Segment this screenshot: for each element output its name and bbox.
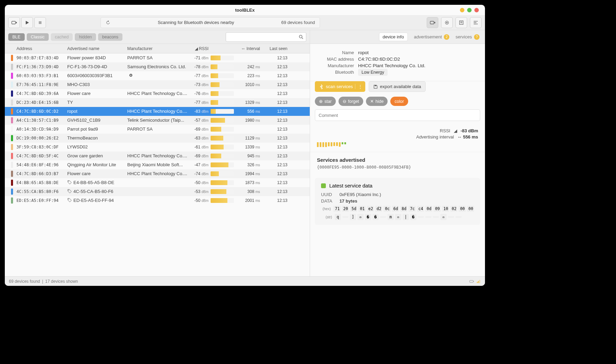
table-row[interactable]: 90:03:B7:E7:83:4DFlower power 834DPARROT… [5, 53, 310, 62]
window-title: toolBLEx [235, 8, 254, 13]
tab-device-info[interactable]: device info [379, 33, 408, 41]
str-byte [342, 216, 348, 218]
cell-mfr: HHCC Plant Technology Co.... [127, 91, 187, 96]
cell-seen: 12:13 [267, 118, 287, 123]
cell-seen: 12:13 [267, 162, 287, 167]
cell-name: ropot [67, 109, 127, 114]
filter-cached[interactable]: cached [51, 33, 73, 41]
col-mfr[interactable]: Manufacturer [127, 46, 187, 51]
col-name[interactable]: Advertised name [67, 46, 127, 51]
hex-byte: 09 [434, 206, 440, 212]
play-button[interactable] [21, 17, 33, 28]
maximize-button[interactable] [467, 8, 472, 12]
table-row[interactable]: 54:48:E6:8F:4E:96Qingping Air Monitor Li… [5, 160, 310, 169]
table-row[interactable]: A0:14:3D:CD:9A:D9Parrot pot 9ad9PARROT S… [5, 125, 310, 134]
table-row[interactable]: A4:C1:38:57:C1:B9GVH5102_C1B9Telink Semi… [5, 116, 310, 125]
search-box[interactable] [226, 32, 306, 42]
cell-address: 4C:55:CA:B5:80:F6 [16, 189, 67, 194]
svg-point-10 [477, 21, 478, 22]
comment-input[interactable] [315, 109, 480, 121]
col-rssi[interactable]: ◢ RSSI [187, 46, 209, 51]
device-mfr: HHCC Plant Technology Co. Ltd. [358, 63, 425, 68]
table-row[interactable]: C4:7C:8D:6D:39:6AFlower careHHCC Plant T… [5, 89, 310, 98]
color-indicator [11, 135, 13, 141]
str-byte: ▫ [440, 214, 447, 220]
search-input[interactable] [228, 34, 298, 39]
table-row[interactable]: 60:03:03:93:F3:B16003#060030393F3B1-77 d… [5, 71, 310, 80]
cell-seen: 12:13 [267, 73, 287, 78]
cell-rssi: -83 dBm [187, 109, 209, 114]
color-indicator [11, 162, 13, 168]
detail-panel: device info advertisement2 services? Nam… [310, 30, 485, 276]
tab-services[interactable]: services? [455, 34, 479, 40]
cell-rssi: -53 dBm [187, 189, 209, 194]
col-address[interactable]: Address [16, 46, 67, 51]
cell-rssi: -50 dBm [187, 180, 209, 185]
hex-byte: 0c [383, 206, 390, 212]
cell-rssi: -74 dBm [187, 171, 209, 176]
table-row[interactable]: 4C:55:CA:B5:80:F64C-55-CA-B5-80-F6-53 dB… [5, 187, 310, 196]
table-row[interactable]: DC:23:4D:E4:15:6BTY-77 dBm1329 ms12:13 [5, 98, 310, 107]
col-interval[interactable]: ↔ Interval [236, 46, 267, 51]
cell-rssi: -57 dBm [187, 118, 209, 123]
filter-classic[interactable]: Classic [27, 33, 49, 41]
cell-rssi: -61 dBm [187, 145, 209, 149]
titlebar: toolBLEx [5, 5, 485, 15]
cell-address: A4:C1:38:57:C1:B9 [16, 118, 67, 123]
star-button[interactable]: ⊕star [315, 97, 336, 106]
table-row[interactable]: E7:76:45:11:F8:9EMHO-C303-73 dBm1010 ms1… [5, 80, 310, 89]
cell-seen: 12:13 [267, 154, 287, 158]
forget-button[interactable]: ⊖forget [339, 97, 363, 106]
table-row[interactable]: E4:BB:65:A5:B8:DEE4-BB-65-A5-B8-DE-50 dB… [5, 178, 310, 187]
filter-beacons[interactable]: beacons [98, 33, 122, 41]
view-devices-button[interactable] [427, 17, 438, 28]
stop-button[interactable] [34, 17, 46, 28]
table-row[interactable]: ED:E5:A5:E0:FF:94ED-E5-A5-E0-FF-94-50 dB… [5, 196, 310, 205]
cell-interval: 1994 ms [236, 171, 267, 176]
close-button[interactable] [474, 8, 479, 12]
color-indicator [11, 126, 13, 132]
cell-seen: 12:13 [267, 136, 287, 141]
tab-advertisement[interactable]: advertisement2 [414, 34, 450, 40]
table-row[interactable]: C4:7C:8D:6D:5F:4CGrow care gardenHHCC Pl… [5, 151, 310, 160]
hide-button[interactable]: ✕hide [366, 97, 388, 106]
table-row[interactable]: DC:19:00:00:26:E2ThermoBeacon-63 dBm1129… [5, 134, 310, 143]
cell-interval: 1339 ms [236, 145, 267, 149]
svg-rect-23 [478, 281, 479, 283]
cell-interval: 2001 ms [236, 198, 267, 203]
view-log-button[interactable] [455, 17, 467, 28]
view-broadcast-button[interactable] [441, 17, 453, 28]
adapter-button[interactable] [8, 17, 20, 28]
signal-icon [476, 279, 481, 284]
filter-hidden[interactable]: hidden [75, 33, 96, 41]
scan-services-button[interactable]: scan services ⋮ [315, 81, 365, 92]
color-indicator [11, 99, 13, 106]
export-button[interactable]: export available data [369, 81, 426, 92]
cell-interval: 1329 ms [236, 100, 267, 105]
svg-rect-2 [39, 21, 42, 24]
cell-seen: 12:13 [267, 189, 287, 194]
color-button[interactable]: color [390, 97, 408, 106]
cell-interval: 326 ms [236, 162, 267, 167]
color-indicator [11, 171, 13, 177]
table-row[interactable]: C4:7C:8D:66:D3:B7Flower careHHCC Plant T… [5, 169, 310, 178]
col-seen[interactable]: Last seen [267, 46, 287, 51]
table-row[interactable]: C4:7C:8D:6D:0C:D2ropotHHCC Plant Technol… [5, 107, 310, 116]
search-icon [298, 34, 304, 40]
table-row[interactable]: 3F:59:C8:83:0C:DFLYWSD02-61 dBm1339 ms12… [5, 143, 310, 151]
status-text: Scanning for Bluetooth devices nearby [114, 20, 278, 25]
settings-button[interactable] [470, 17, 482, 28]
hex-byte: e2 [367, 206, 374, 212]
tag-icon [67, 189, 72, 194]
hex-byte: 00 [459, 206, 465, 212]
hex-byte: 00 [467, 206, 474, 212]
cell-name: Flower power 834D [67, 55, 127, 60]
str-byte: ▫ [395, 214, 401, 220]
x-icon: ✕ [370, 99, 374, 104]
cell-mfr: HHCC Plant Technology Co.... [127, 171, 187, 176]
filter-ble[interactable]: BLE [8, 33, 25, 41]
minimize-button[interactable] [460, 8, 464, 12]
table-row[interactable]: FC:F1:36:73:D9:4DFC-F1-36-73-D9-4DSamsun… [5, 62, 310, 71]
color-indicator [11, 64, 13, 70]
cell-seen: 12:13 [267, 180, 287, 185]
